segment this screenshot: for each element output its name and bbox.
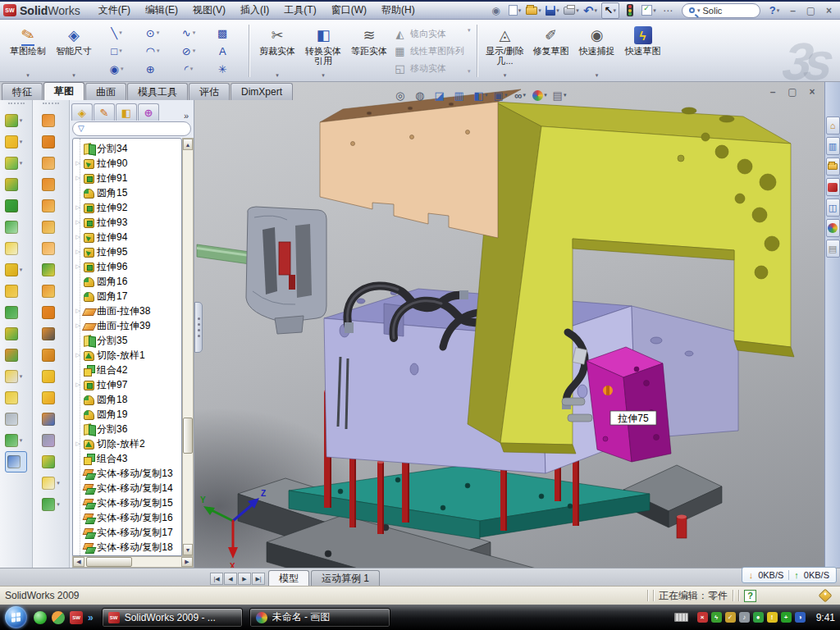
taskbar-window-button[interactable]: 未命名 - 画图 <box>249 608 390 628</box>
command-tab[interactable]: 评估 <box>189 83 230 100</box>
menu-item[interactable]: 窗口(W) <box>325 2 373 19</box>
tree-item[interactable]: ▷ 实体-移动/复制14 <box>75 481 181 495</box>
toolbar-button[interactable]: ▾ <box>5 259 28 281</box>
toolbar-button[interactable]: ▾ <box>42 302 60 323</box>
scroll-up-button[interactable]: ▲ <box>183 139 193 150</box>
toolbar-button[interactable]: ▾ <box>42 131 60 153</box>
expand-arrow-icon[interactable]: ▷ <box>75 175 81 181</box>
tree-item[interactable]: ▷ 拉伸92 <box>75 200 181 215</box>
ribbon-button[interactable]: 显示/删除几... ▾ <box>482 22 528 80</box>
save-button[interactable] <box>545 2 561 18</box>
toolbar-button[interactable]: ▾ <box>42 472 60 494</box>
toolbar-grip[interactable] <box>8 103 25 107</box>
toolbar-button[interactable]: ▾ <box>5 195 28 217</box>
tree-item[interactable]: ▷ 圆角15 <box>75 185 181 200</box>
expand-arrow-icon[interactable]: ▷ <box>75 249 81 255</box>
tree-item[interactable]: ▷ 分割36 <box>75 422 181 436</box>
sketch-tool[interactable]: ⊙ ▾ <box>135 24 171 42</box>
task-pane-button[interactable] <box>826 240 840 258</box>
keyboard-layout-icon[interactable] <box>674 613 688 622</box>
tree-item[interactable]: ▷ 切除-放样2 <box>75 436 181 451</box>
panel-splitter-handle[interactable] <box>194 302 203 353</box>
panel-tab[interactable] <box>94 103 115 121</box>
tree-item[interactable]: ▷ 实体-移动/复制15 <box>75 495 181 510</box>
tree-item[interactable]: ▷ 拉伸96 <box>75 259 181 274</box>
toolbar-button[interactable]: ▾ <box>5 153 28 174</box>
sketch-tool[interactable]: ◠ ▾ <box>135 42 171 60</box>
sketch-tool[interactable]: ✳ ▾ <box>207 60 243 78</box>
tree-item[interactable]: ▷ 圆角17 <box>75 289 181 304</box>
toolbar-button[interactable]: ▾ <box>42 345 60 366</box>
toolbar-button[interactable]: ▾ <box>5 323 28 345</box>
expand-arrow-icon[interactable]: ▷ <box>75 160 81 167</box>
scroll-thumb[interactable] <box>183 418 193 454</box>
tray-icon[interactable]: ! <box>767 612 778 623</box>
expand-arrow-icon[interactable]: ▷ <box>75 263 81 270</box>
toolbar-button[interactable]: ▾ <box>5 430 28 451</box>
quick-launch-icon[interactable] <box>52 611 65 624</box>
tree-item[interactable]: ▷ 组合43 <box>75 451 181 466</box>
tree-item[interactable]: ▷ 拉伸97 <box>75 377 181 392</box>
tree-filter-box[interactable]: ▽ <box>72 121 191 136</box>
toolbar-button[interactable]: ▾ <box>42 217 60 238</box>
tray-icon[interactable]: ϟ <box>711 612 722 623</box>
headsup-button[interactable]: ▾ <box>453 87 469 103</box>
tree-item[interactable]: ▷ 分割35 <box>75 333 181 348</box>
scroll-right-button[interactable]: ▶ <box>181 557 193 567</box>
tab-nav-button[interactable]: |◀ <box>210 573 223 585</box>
expand-arrow-icon[interactable]: ▷ <box>75 204 81 211</box>
select-tool-button[interactable]: ▾ <box>601 2 619 19</box>
open-button[interactable] <box>526 2 542 18</box>
tree-item[interactable]: ▷ 圆角19 <box>75 407 181 422</box>
sketch-tool[interactable]: ╲ ▾ <box>98 24 135 42</box>
menu-item[interactable]: 文件(F) <box>92 2 137 19</box>
sketch-tool[interactable]: □ ▾ <box>98 42 135 60</box>
model-canvas[interactable]: 拉伸75 Y Z X <box>194 82 840 568</box>
tree-item[interactable]: ▷ 实体-移动/复制16 <box>75 510 181 525</box>
pin[interactable] <box>349 455 356 527</box>
sketch-tool[interactable]: ∿ ▾ <box>171 24 207 42</box>
task-pane-button[interactable] <box>826 158 840 176</box>
headsup-button[interactable]: ▾ <box>413 87 430 103</box>
ribbon-small-button[interactable]: ◭ 镜向实体 <box>394 26 464 41</box>
sketch-tool[interactable]: A ▾ <box>207 42 243 60</box>
network-speed-widget[interactable]: ↓ 0KB/S ↑ 0KB/S <box>742 567 837 583</box>
model-top-plate[interactable] <box>320 89 521 238</box>
expand-arrow-icon[interactable]: ▷ <box>75 441 81 447</box>
interference-button[interactable] <box>622 2 638 18</box>
help-button[interactable] <box>766 2 783 18</box>
task-pane-button[interactable] <box>826 219 840 237</box>
expand-arrow-icon[interactable]: ▷ <box>75 352 81 358</box>
toolbar-button[interactable]: ▾ <box>42 281 60 302</box>
tray-icon[interactable]: ● <box>753 612 764 623</box>
toolbar-button[interactable]: ▾ <box>5 238 28 259</box>
more-commands-button[interactable] <box>660 2 676 18</box>
new-file-button[interactable] <box>507 2 523 18</box>
sketch-tool[interactable]: ⊘ ▾ <box>171 42 207 60</box>
toolbar-button[interactable]: ▾ <box>42 110 60 131</box>
model-locating-pin[interactable] <box>677 515 687 539</box>
toolbar-button[interactable]: ▾ <box>42 238 60 259</box>
tree-item[interactable]: ▷ 分割34 <box>75 141 181 156</box>
toolbar-button[interactable]: ▾ <box>5 366 28 387</box>
solidworks-shortcut-icon[interactable]: SW <box>70 611 83 624</box>
sketch-tool[interactable]: ◜ ▾ <box>171 60 207 78</box>
search-input[interactable]: Solic <box>703 6 723 16</box>
menu-item[interactable]: 编辑(E) <box>139 2 185 19</box>
doc-close-button[interactable]: × <box>806 86 819 98</box>
menu-item[interactable]: 视图(V) <box>186 2 232 19</box>
tray-icon[interactable]: × <box>697 612 708 623</box>
start-button[interactable] <box>5 606 27 628</box>
task-pane-button[interactable] <box>826 199 840 217</box>
ribbon-button[interactable]: 修复草图 ▾ <box>528 22 574 80</box>
scroll-left-button[interactable]: ◀ <box>73 557 84 567</box>
expand-arrow-icon[interactable]: ▷ <box>75 308 81 314</box>
tree-item[interactable]: ▷ 拉伸94 <box>75 230 181 244</box>
toolbar-button[interactable]: ▾ <box>42 366 60 387</box>
panel-tab[interactable] <box>138 103 159 121</box>
ribbon-button[interactable]: 转换实体引用 ▾ <box>300 22 346 80</box>
tree-item[interactable]: ▷ 组合42 <box>75 363 181 377</box>
scroll-track[interactable] <box>84 557 181 567</box>
ribbon-button[interactable]: 等距实体 ▾ <box>346 22 392 80</box>
tree-item[interactable]: ▷ 拉伸91 <box>75 171 181 185</box>
